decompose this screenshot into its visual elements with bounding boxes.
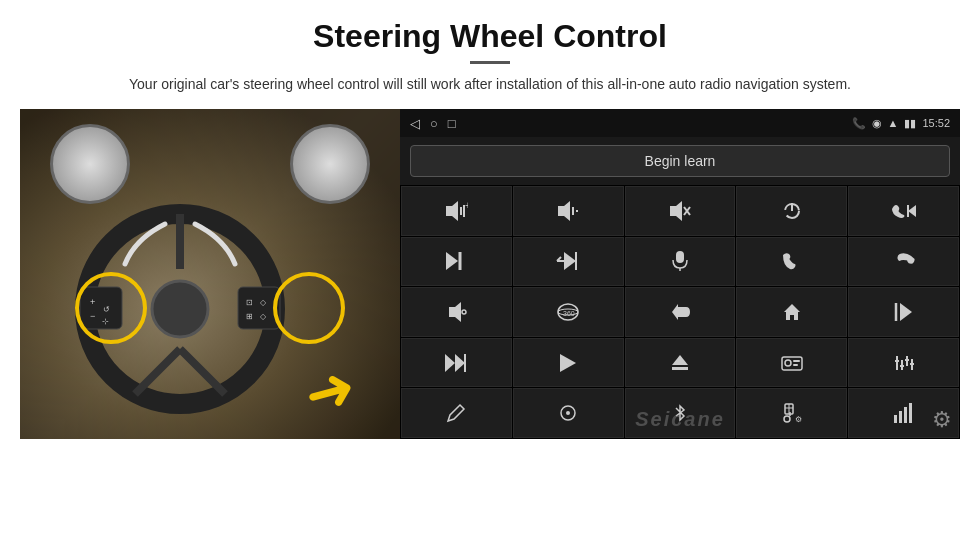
svg-text:⊡: ⊡ [246, 298, 253, 307]
svg-point-68 [784, 416, 790, 422]
menu-btn[interactable] [513, 388, 624, 438]
highlight-circle-left [75, 272, 147, 344]
svg-rect-53 [793, 360, 800, 362]
status-right: 📞 ◉ ▲ ▮▮ 15:52 [852, 117, 950, 130]
svg-rect-74 [909, 403, 912, 423]
svg-point-38 [462, 310, 466, 314]
vol-down-btn[interactable] [513, 186, 624, 236]
controls-grid: + [400, 185, 960, 439]
recents-nav-icon[interactable]: □ [448, 116, 456, 131]
page-subtitle: Your original car's steering wheel contr… [129, 74, 851, 95]
vol-up-btn[interactable]: + [401, 186, 512, 236]
svg-marker-48 [560, 354, 576, 372]
prev-prev-btn[interactable] [848, 287, 959, 337]
page-wrapper: Steering Wheel Control Your original car… [0, 0, 980, 548]
status-bar: ◁ ○ □ 📞 ◉ ▲ ▮▮ 15:52 [400, 109, 960, 137]
car-photo: + − ↺ ⊹ ⊡ ⊞ ◇ ◇ ➜ [20, 109, 400, 439]
hang-up-btn[interactable] [848, 237, 959, 287]
wifi-icon: ▲ [888, 117, 899, 129]
svg-rect-73 [904, 407, 907, 423]
equalizer-btn[interactable] [848, 338, 959, 388]
home-btn[interactable] [736, 287, 847, 337]
svg-rect-72 [899, 411, 902, 423]
horn-btn[interactable] [401, 287, 512, 337]
power-btn[interactable] [736, 186, 847, 236]
ff-next-btn[interactable] [513, 237, 624, 287]
svg-marker-42 [784, 304, 800, 320]
back-nav-icon[interactable]: ◁ [410, 116, 420, 131]
begin-learn-button[interactable]: Begin learn [410, 145, 950, 177]
location-icon: ◉ [872, 117, 882, 130]
edit-btn[interactable] [401, 388, 512, 438]
svg-marker-15 [446, 201, 458, 221]
svg-point-64 [566, 411, 570, 415]
svg-marker-44 [900, 303, 912, 321]
content-row: + − ↺ ⊹ ⊡ ⊞ ◇ ◇ ➜ [20, 109, 960, 439]
svg-rect-54 [793, 364, 798, 366]
highlight-circle-right [273, 272, 345, 344]
svg-text:◇: ◇ [260, 298, 267, 307]
svg-line-3 [180, 349, 225, 394]
svg-text:⚙: ⚙ [795, 415, 802, 424]
svg-text:+: + [465, 201, 468, 211]
svg-marker-46 [455, 354, 465, 372]
radio-btn[interactable] [736, 338, 847, 388]
next-btn[interactable] [401, 237, 512, 287]
svg-point-4 [152, 281, 208, 337]
svg-text:360: 360 [563, 310, 575, 317]
svg-marker-33 [564, 252, 576, 270]
phone-icon: 📞 [852, 117, 866, 130]
title-divider [470, 61, 510, 64]
music-btn[interactable]: ⚙ [736, 388, 847, 438]
home-nav-icon[interactable]: ○ [430, 116, 438, 131]
svg-marker-49 [672, 355, 688, 365]
radio-ui: ◁ ○ □ 📞 ◉ ▲ ▮▮ 15:52 Begin learn [400, 109, 960, 439]
play-btn[interactable] [513, 338, 624, 388]
svg-marker-28 [908, 205, 916, 217]
svg-rect-71 [894, 415, 897, 423]
gear-settings-icon[interactable]: ⚙ [932, 407, 952, 433]
360-view-btn[interactable]: 360 [513, 287, 624, 337]
svg-point-52 [785, 360, 791, 366]
svg-rect-35 [676, 251, 684, 263]
battery-icon: ▮▮ [904, 117, 916, 130]
clock: 15:52 [922, 117, 950, 129]
status-left: ◁ ○ □ [410, 116, 456, 131]
svg-marker-19 [558, 201, 570, 221]
svg-text:◇: ◇ [260, 312, 267, 321]
svg-rect-50 [672, 367, 688, 370]
svg-marker-22 [670, 201, 682, 221]
svg-marker-37 [449, 302, 461, 322]
fast-fwd-btn[interactable] [401, 338, 512, 388]
svg-text:⊞: ⊞ [246, 312, 253, 321]
begin-learn-row: Begin learn [400, 137, 960, 185]
svg-line-2 [135, 349, 180, 394]
back-btn[interactable] [625, 287, 736, 337]
answer-prev-btn[interactable] [848, 186, 959, 236]
svg-marker-45 [445, 354, 455, 372]
svg-marker-29 [446, 252, 458, 270]
mic-btn[interactable] [625, 237, 736, 287]
mute-btn[interactable] [625, 186, 736, 236]
call-btn[interactable] [736, 237, 847, 287]
radio-wrapper: ◁ ○ □ 📞 ◉ ▲ ▮▮ 15:52 Begin learn [400, 109, 960, 439]
bluetooth-btn[interactable] [625, 388, 736, 438]
page-title: Steering Wheel Control [313, 18, 667, 55]
eject-btn[interactable] [625, 338, 736, 388]
